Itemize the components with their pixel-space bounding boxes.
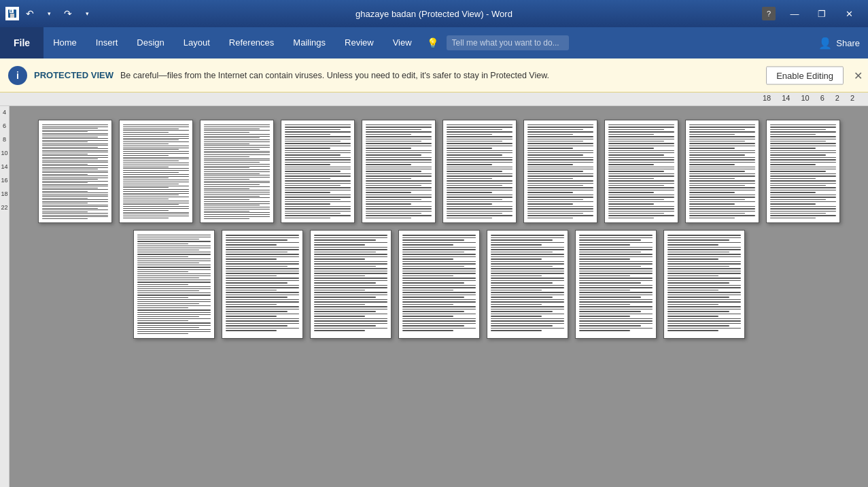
restore-button[interactable]: ❐ [808, 0, 835, 27]
window-controls: ? — ❐ ✕ [762, 0, 863, 27]
ribbon-tabs: Home Insert Design Layout References Mai… [44, 27, 868, 58]
page-thumbnail-6 [442, 120, 517, 223]
window-title: ghazaye badan (Protected View) - Word [355, 9, 513, 19]
page-thumbnail-7 [523, 120, 597, 223]
person-icon: 👤 [818, 37, 832, 50]
tab-home[interactable]: Home [44, 27, 86, 58]
undo-dropdown-button[interactable]: ▾ [41, 5, 57, 22]
tab-references[interactable]: References [220, 27, 283, 58]
svg-text:?: ? [767, 10, 771, 18]
svg-rect-2 [10, 14, 14, 18]
page-thumbnail-8 [604, 120, 678, 223]
customize-button[interactable]: ▾ [79, 5, 95, 22]
page-thumbnail-5 [362, 120, 436, 223]
tab-view[interactable]: View [383, 27, 421, 58]
protected-view-message: Be careful—files from the Internet can c… [120, 71, 549, 80]
ruler-numbers: 18 14 10 6 2 2 [763, 94, 854, 102]
page-thumbnail-2 [119, 120, 193, 223]
word-help-icon: ? [762, 7, 776, 20]
page-thumbnail-16 [575, 230, 657, 339]
tell-me-search[interactable] [447, 35, 569, 50]
title-bar: ↶ ▾ ↷ ▾ ghazaye badan (Protected View) -… [0, 0, 868, 27]
document-pages-container [10, 106, 868, 487]
vertical-ruler: 4 6 8 10 14 16 18 22 [0, 106, 10, 487]
lightbulb-icon: 💡 [427, 37, 438, 48]
page-thumbnail-10 [766, 120, 840, 223]
ribbon: File Home Insert Design Layout Reference… [0, 27, 868, 58]
page-thumbnail-9 [685, 120, 759, 223]
page-thumbnail-15 [487, 230, 568, 339]
tab-mailings[interactable]: Mailings [283, 27, 335, 58]
quick-access-toolbar: ↶ ▾ ↷ ▾ [5, 5, 95, 22]
close-button[interactable]: ✕ [835, 0, 863, 27]
page-thumbnail-14 [398, 230, 480, 339]
share-label: Share [836, 38, 860, 48]
page-thumbnail-17 [663, 230, 745, 339]
enable-editing-button[interactable]: Enable Editing [766, 66, 844, 84]
horizontal-ruler: 18 14 10 6 2 2 [0, 93, 868, 106]
page-thumbnail-11 [133, 230, 215, 339]
protected-view-bar: i PROTECTED VIEW Be careful—files from t… [0, 58, 868, 93]
page-row-1 [23, 120, 854, 223]
page-thumbnail-4 [281, 120, 355, 223]
protected-view-title: PROTECTED VIEW [34, 70, 114, 80]
page-thumbnail-3 [200, 120, 274, 223]
tab-layout[interactable]: Layout [174, 27, 220, 58]
page-thumbnail-1 [38, 120, 112, 223]
tab-insert[interactable]: Insert [86, 27, 128, 58]
page-thumbnail-13 [310, 230, 392, 339]
file-tab[interactable]: File [0, 27, 44, 58]
page-row-2 [23, 230, 854, 339]
save-icon [5, 7, 19, 20]
tab-review[interactable]: Review [335, 27, 383, 58]
tab-design[interactable]: Design [127, 27, 173, 58]
protected-info-icon: i [8, 66, 27, 85]
minimize-button[interactable]: — [781, 0, 808, 27]
content-area: 18 14 10 6 2 2 4 6 8 10 14 16 18 22 [0, 93, 868, 487]
svg-rect-3 [11, 10, 12, 13]
redo-button[interactable]: ↷ [60, 5, 76, 22]
share-area[interactable]: 👤 Share [810, 27, 868, 58]
page-thumbnail-12 [222, 230, 303, 339]
protected-view-close-button[interactable]: ✕ [854, 69, 863, 82]
undo-button[interactable]: ↶ [22, 5, 38, 22]
